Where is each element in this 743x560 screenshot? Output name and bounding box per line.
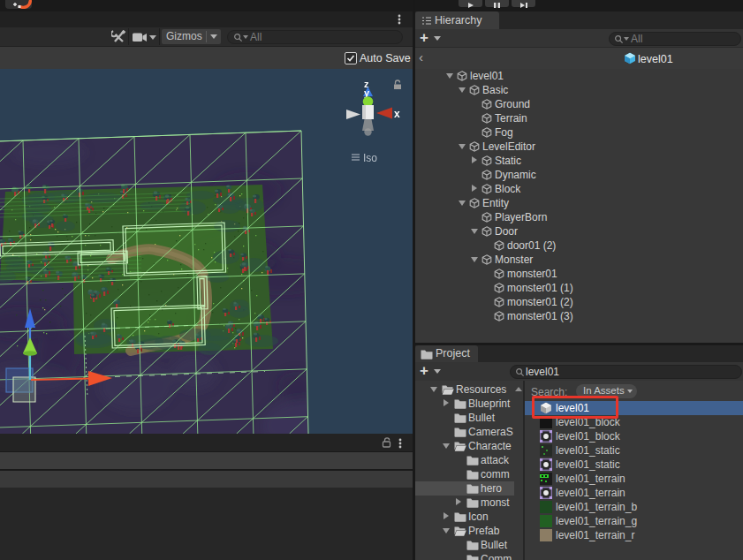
svg-text:x: x [394, 108, 400, 120]
svg-text:y: y [364, 87, 370, 98]
svg-text:Iso: Iso [363, 152, 377, 164]
